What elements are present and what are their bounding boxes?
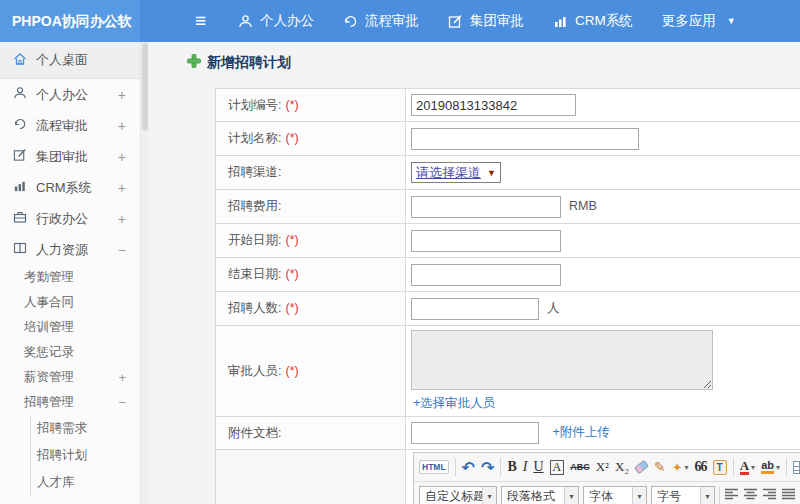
fee-unit: RMB <box>569 199 597 213</box>
field-label: 计划编号:(*) <box>216 89 406 122</box>
attachment-upload-link[interactable]: +附件上传 <box>552 425 609 439</box>
strikethrough-button[interactable]: ABC <box>570 462 590 472</box>
sidebar-item-workflow-approval[interactable]: 流程审批 + <box>0 110 140 141</box>
font-size-select[interactable]: 字号 ▾ <box>651 486 715 504</box>
redo-icon[interactable]: ↷ <box>481 458 494 477</box>
toolbar-separator <box>500 458 501 476</box>
start-date-input[interactable] <box>411 230 561 252</box>
sidebar-item-rewards[interactable]: 奖惩记录 <box>0 340 140 365</box>
expand-icon[interactable]: + <box>118 180 126 196</box>
sidebar-item-group-approval[interactable]: 集团审批 + <box>0 141 140 172</box>
font-family-select[interactable]: 字体 ▾ <box>583 486 647 504</box>
subscript-button[interactable]: X₂ <box>615 459 629 475</box>
expand-icon[interactable]: + <box>118 118 126 134</box>
insert-table-icon[interactable] <box>793 461 800 474</box>
sidebar-item-recruit-mgmt[interactable]: 招聘管理 − <box>0 390 140 415</box>
app-logo: PHPOA协同办公软件 <box>0 0 140 42</box>
editor-toolbar-row-1: HTML ↶ ↷ B I U A ABC X² X₂ <box>414 453 800 482</box>
highlight-color-button[interactable]: ab▾ <box>761 460 780 474</box>
align-center-icon[interactable] <box>743 488 758 504</box>
workflow-icon <box>343 14 358 29</box>
sidebar-item-crm[interactable]: CRM系统 + <box>0 172 140 203</box>
select-arrow-icon: ▼ <box>487 168 496 178</box>
field-label: 计划名称:(*) <box>216 122 406 156</box>
plan-no-input[interactable] <box>411 94 576 116</box>
superscript-button[interactable]: X² <box>596 459 609 475</box>
dropdown-caret-icon: ▾ <box>632 487 646 504</box>
undo-icon[interactable]: ↶ <box>462 458 475 477</box>
format-brush-icon[interactable]: ✎ <box>654 459 666 475</box>
form-row-attachment: 附件文档: +附件上传 <box>216 417 800 450</box>
align-left-icon[interactable] <box>724 488 739 504</box>
paste-text-icon[interactable]: T <box>713 460 727 475</box>
sidebar-item-recruit-demand[interactable]: 招聘需求 <box>31 415 140 442</box>
plus-icon <box>187 54 201 72</box>
channel-select[interactable]: 请选择渠道 ▼ <box>411 162 501 183</box>
form-row-headcount: 招聘人数:(*) 人 <box>216 292 800 326</box>
sidebar-item-talent-pool[interactable]: 人才库 <box>31 469 140 496</box>
form-row-plan-no: 计划编号:(*) <box>216 89 800 122</box>
app-window: PHPOA协同办公软件 ≡ 个人办公 流程审批 集团审批 CRM系统 更多应用 … <box>0 0 800 504</box>
required-mark: (*) <box>285 233 298 247</box>
font-border-button[interactable]: A <box>550 460 565 475</box>
align-right-icon[interactable] <box>762 488 777 504</box>
person-icon <box>13 86 27 103</box>
italic-button[interactable]: I <box>523 459 528 475</box>
collapse-icon[interactable]: − <box>118 395 126 410</box>
topnav-crm[interactable]: CRM系统 <box>553 12 633 30</box>
sidebar-item-attendance[interactable]: 考勤管理 <box>0 265 140 290</box>
topnav-group-approval[interactable]: 集团审批 <box>448 12 524 30</box>
scrollbar-thumb[interactable] <box>142 43 148 131</box>
attachment-input[interactable] <box>411 422 539 444</box>
bold-button[interactable]: B <box>507 459 516 475</box>
hr-submenu: 考勤管理 人事合同 培训管理 奖惩记录 薪资管理 + 招聘管理 − <box>0 265 140 496</box>
expand-icon[interactable]: + <box>118 87 126 103</box>
expand-icon[interactable]: + <box>118 370 126 385</box>
menu-toggle-icon[interactable]: ≡ <box>195 10 206 32</box>
expand-icon[interactable]: + <box>118 149 126 165</box>
sidebar-item-salary[interactable]: 薪资管理 + <box>0 365 140 390</box>
chevron-down-icon: ▼ <box>727 16 736 26</box>
expand-icon[interactable]: + <box>118 211 126 227</box>
plan-name-input[interactable] <box>411 128 639 150</box>
recruit-plan-form: 计划编号:(*) 计划名称:(*) 招聘渠道: <box>215 88 800 504</box>
custom-title-select[interactable]: 自定义标题 ▾ <box>419 486 497 504</box>
field-label: 招聘人数:(*) <box>216 292 406 326</box>
select-approvers-link[interactable]: +选择审批人员 <box>413 395 800 412</box>
sidebar-item-desktop[interactable]: 个人桌面 <box>0 42 140 79</box>
field-label: 附件文档: <box>216 417 406 450</box>
topnav-personal-office[interactable]: 个人办公 <box>238 12 314 30</box>
sidebar: 个人桌面 个人办公 + 流程审批 + 集团审批 + CRM系统 + 行政办公 + <box>0 42 140 504</box>
underline-button[interactable]: U <box>533 459 543 475</box>
top-header: PHPOA协同办公软件 ≡ 个人办公 流程审批 集团审批 CRM系统 更多应用 … <box>0 0 800 42</box>
topnav-workflow-approval[interactable]: 流程审批 <box>343 12 419 30</box>
sidebar-item-hr[interactable]: 人力资源 − <box>0 234 140 265</box>
eraser-icon[interactable] <box>635 463 648 471</box>
end-date-input[interactable] <box>411 264 561 286</box>
headcount-input[interactable] <box>411 298 539 320</box>
auto-format-icon[interactable]: ✦▾ <box>672 460 689 475</box>
sidebar-item-recruit-plan[interactable]: 招聘计划 <box>31 442 140 469</box>
html-source-button[interactable]: HTML <box>419 460 449 474</box>
dropdown-caret-icon: ▾ <box>564 487 578 504</box>
form-row-start-date: 开始日期:(*) <box>216 224 800 258</box>
sidebar-item-hr-contract[interactable]: 人事合同 <box>0 290 140 315</box>
blockquote-button[interactable]: 66 <box>695 459 707 475</box>
align-justify-icon[interactable] <box>781 488 796 504</box>
font-color-button[interactable]: A▾ <box>740 460 755 475</box>
toolbar-separator <box>733 458 734 476</box>
topnav-more-apps[interactable]: 更多应用 ▼ <box>662 12 736 30</box>
approvers-textarea[interactable] <box>411 330 713 390</box>
collapse-icon[interactable]: − <box>118 242 126 258</box>
field-label <box>216 450 406 504</box>
editor-toolbar-row-2: 自定义标题 ▾ 段落格式 ▾ 字体 ▾ <box>414 482 800 504</box>
top-nav: 个人办公 流程审批 集团审批 CRM系统 更多应用 ▼ <box>238 12 736 30</box>
form-row-end-date: 结束日期:(*) <box>216 258 800 292</box>
fee-input[interactable] <box>411 196 561 218</box>
sidebar-item-training[interactable]: 培训管理 <box>0 315 140 340</box>
sidebar-item-admin-office[interactable]: 行政办公 + <box>0 203 140 234</box>
sidebar-item-personal-office[interactable]: 个人办公 + <box>0 79 140 110</box>
toolbar-separator <box>786 458 787 476</box>
sidebar-scrollbar[interactable] <box>140 42 149 504</box>
paragraph-format-select[interactable]: 段落格式 ▾ <box>501 486 579 504</box>
